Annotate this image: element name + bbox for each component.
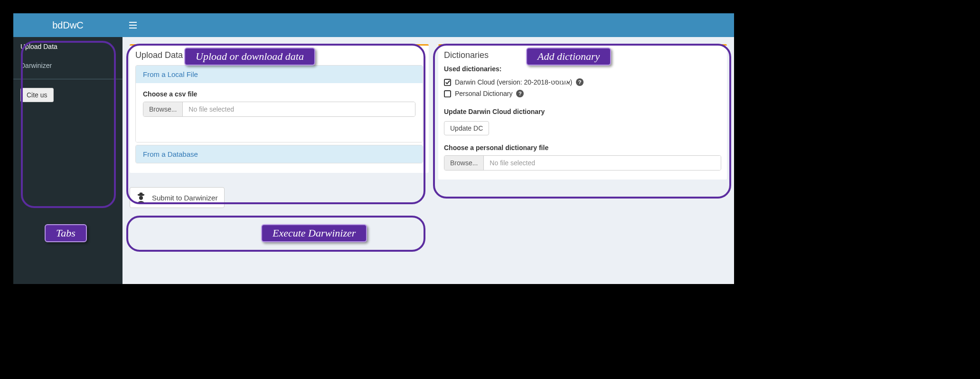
annotation-label-tabs: Tabs: [45, 224, 87, 242]
panel-header-database[interactable]: From a Database: [136, 145, 423, 163]
main-content: Upload Data From a Local File Choose a c…: [122, 37, 734, 284]
dict-row-darwin-cloud[interactable]: Darwin Cloud (version: 20-2018-אוגוסט) ?: [444, 76, 721, 88]
dict-item-label: Darwin Cloud (version: 20-2018-אוגוסט): [455, 78, 572, 86]
personal-dict-file-input[interactable]: Browse... No file selected: [444, 155, 721, 171]
svg-rect-1: [129, 25, 137, 26]
svg-rect-2: [129, 28, 137, 28]
update-dc-button[interactable]: Update DC: [444, 121, 489, 135]
sidebar-item-darwinizer[interactable]: Darwinizer: [13, 56, 122, 75]
file-field-label: Choose a csv file: [143, 90, 415, 98]
cite-us-button[interactable]: Cite us: [20, 88, 54, 102]
annotation-label-dict: Add dictionary: [526, 47, 611, 66]
unchecked-box-icon: [444, 90, 451, 97]
panel-database: From a Database: [135, 145, 423, 163]
sidebar-item-label: Darwinizer: [20, 62, 52, 69]
svg-point-5: [139, 196, 143, 200]
submit-darwinizer-button[interactable]: Submit to Darwinizer: [130, 187, 225, 208]
annotation-label-exec: Execute Darwinizer: [261, 224, 367, 242]
help-icon[interactable]: ?: [516, 90, 524, 97]
app-frame: bdDwC Upload Data Darwinizer Cite us Upl…: [13, 13, 734, 284]
personal-dict-label: Choose a personal dictionary file: [444, 144, 721, 152]
sidebar: Upload Data Darwinizer Cite us: [13, 37, 122, 284]
browse-button[interactable]: Browse...: [143, 102, 183, 116]
sidebar-item-upload-data[interactable]: Upload Data: [13, 37, 122, 56]
agent-icon: [135, 191, 147, 204]
svg-rect-7: [444, 90, 451, 96]
app-title: bdDwC: [13, 13, 122, 37]
sidebar-divider: [13, 79, 122, 79]
checked-box-icon: [444, 79, 451, 86]
hamburger-icon: [129, 22, 137, 28]
svg-rect-4: [140, 192, 143, 195]
panel-header-local-file[interactable]: From a Local File: [136, 66, 423, 83]
browse-button[interactable]: Browse...: [444, 156, 484, 170]
update-dc-label: Update Darwin Cloud dictionary: [444, 108, 721, 115]
topbar: bdDwC: [13, 13, 734, 37]
file-status-text: No file selected: [183, 102, 415, 116]
dict-row-personal[interactable]: Personal Dictionary ?: [444, 88, 721, 99]
annotation-label-upload: Upload or download data: [184, 47, 315, 66]
svg-rect-0: [129, 22, 137, 23]
svg-rect-6: [444, 79, 451, 85]
help-icon[interactable]: ?: [576, 78, 584, 86]
file-status-text: No file selected: [484, 156, 721, 170]
sidebar-item-label: Upload Data: [20, 43, 57, 50]
used-dictionaries-label: Used dictionaries:: [444, 65, 721, 73]
dict-item-label: Personal Dictionary: [455, 90, 512, 97]
menu-toggle-button[interactable]: [122, 13, 143, 37]
submit-button-label: Submit to Darwinizer: [152, 194, 217, 202]
panel-local-file: From a Local File Choose a csv file Brow…: [135, 65, 423, 142]
csv-file-input[interactable]: Browse... No file selected: [143, 102, 415, 117]
